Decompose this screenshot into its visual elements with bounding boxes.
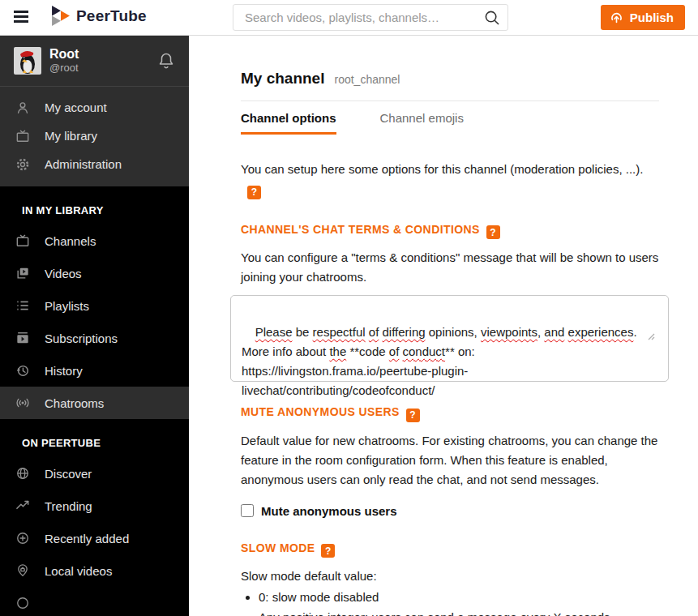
mute-section-heading: MUTE ANONYMOUS USERS? xyxy=(241,405,659,422)
terms-textarea[interactable]: Please be respectful of differing opinio… xyxy=(230,295,669,382)
peertube-logo-text: PeerTube xyxy=(76,7,147,25)
slow-mode-section-heading: SLOW MODE? xyxy=(241,541,659,558)
mute-description: Default value for new chatrooms. For exi… xyxy=(241,431,659,490)
mute-anonymous-checkbox[interactable] xyxy=(241,504,254,517)
user-row[interactable]: Root @root xyxy=(0,36,189,87)
plus-circle-icon xyxy=(14,530,32,546)
terms-section-heading: CHANNEL'S CHAT TERMS & CONDITIONS? xyxy=(241,223,659,240)
sidebar-item-videos[interactable]: Videos xyxy=(0,257,189,289)
help-icon[interactable]: ? xyxy=(406,409,420,422)
peertube-logo-icon xyxy=(52,6,70,26)
top-bar: PeerTube Publish xyxy=(0,0,698,36)
circle-icon xyxy=(14,595,32,611)
sidebar-item-subscriptions[interactable]: Subscriptions xyxy=(0,322,189,354)
terms-description: You can configure a "terms & conditions"… xyxy=(241,248,659,287)
map-pin-home-icon xyxy=(14,563,32,579)
help-icon[interactable]: ? xyxy=(321,544,335,558)
slow-mode-bullets: 0: slow mode disabled Any positive integ… xyxy=(241,588,659,616)
page-title: My channel xyxy=(241,70,324,88)
sidebar-item-my-library[interactable]: My library xyxy=(0,122,189,150)
user-name: Root xyxy=(49,47,79,61)
user-handle: @root xyxy=(49,62,155,75)
notifications-bell-icon[interactable] xyxy=(155,49,178,73)
sidebar-item-playlists[interactable]: Playlists xyxy=(0,289,189,322)
sidebar-item-chatrooms[interactable]: Chatrooms xyxy=(0,387,189,419)
person-icon xyxy=(14,100,32,116)
broadcast-icon xyxy=(14,395,32,411)
tab-channel-emojis[interactable]: Channel emojis xyxy=(380,101,464,135)
playlist-icon xyxy=(14,297,32,314)
gear-icon xyxy=(14,156,32,173)
intro-text: You can setup here some options for this… xyxy=(241,162,643,176)
peertube-logo[interactable]: PeerTube xyxy=(52,6,147,26)
section-title-in-my-library: IN MY LIBRARY xyxy=(0,186,189,225)
sidebar-item-administration[interactable]: Administration xyxy=(0,150,189,178)
sidebar-item-history[interactable]: History xyxy=(0,354,189,387)
sidebar-item-my-account[interactable]: My account xyxy=(0,93,189,122)
globe-icon xyxy=(14,465,32,481)
tv-icon xyxy=(14,233,32,249)
slow-mode-description: Slow mode default value: xyxy=(241,567,659,586)
sidebar: Root @root My account xyxy=(0,36,189,616)
help-icon[interactable]: ? xyxy=(247,186,261,199)
subscriptions-icon xyxy=(14,330,32,346)
sidebar-item-local-videos[interactable]: Local videos xyxy=(0,554,189,587)
tab-bar: Channel options Channel emojis xyxy=(241,101,659,135)
tab-channel-options[interactable]: Channel options xyxy=(241,101,336,135)
menu-toggle-button[interactable] xyxy=(14,10,28,26)
bullet-item: Any positive integer: users can send a m… xyxy=(259,608,659,616)
mute-anonymous-label[interactable]: Mute anonymous users xyxy=(261,504,397,518)
bullet-item: 0: slow mode disabled xyxy=(259,588,659,607)
search-icon[interactable] xyxy=(484,10,500,26)
videos-icon xyxy=(14,265,32,281)
page-subtitle: root_channel xyxy=(334,73,400,86)
publish-button[interactable]: Publish xyxy=(601,5,685,30)
upload-icon xyxy=(609,10,624,25)
sidebar-item-trending[interactable]: Trending xyxy=(0,490,189,522)
section-title-on-peertube: ON PEERTUBE xyxy=(0,419,189,457)
history-clock-icon xyxy=(14,362,32,379)
avatar[interactable] xyxy=(14,47,41,75)
trending-icon xyxy=(14,498,32,514)
main-content: My channel root_channel Channel options … xyxy=(189,36,698,616)
sidebar-item-channels[interactable]: Channels xyxy=(0,225,189,257)
help-icon[interactable]: ? xyxy=(486,225,500,239)
resize-grip-icon[interactable] xyxy=(646,293,666,379)
sidebar-item-overflow[interactable] xyxy=(0,587,189,616)
search-input[interactable] xyxy=(233,4,508,31)
sidebar-item-recently-added[interactable]: Recently added xyxy=(0,522,189,554)
tv-icon xyxy=(14,128,32,144)
sidebar-item-discover[interactable]: Discover xyxy=(0,457,189,490)
